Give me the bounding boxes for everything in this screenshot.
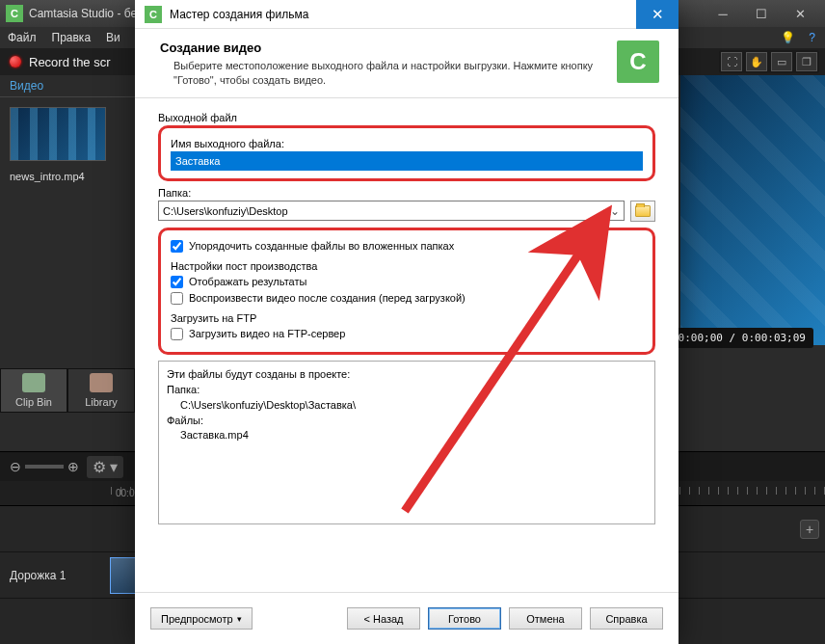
folder-label: Папка: [158,187,655,199]
tool4-icon[interactable]: ❐ [796,52,817,71]
back-button[interactable]: < Назад [347,607,420,630]
pan-icon[interactable]: ✋ [746,52,767,71]
output-file-section-label: Выходной файл [158,112,655,123]
dialog-titlebar: C Мастер создания фильма ✕ [135,0,679,29]
zoom-out-button[interactable]: ⊖ [10,459,21,474]
add-track-button[interactable]: + [800,520,819,539]
tool3-icon[interactable]: ▭ [771,52,792,71]
preview-pane [680,75,825,345]
tab-library[interactable]: Library [67,368,135,413]
files-intro-text: Эти файлы будут созданы в проекте: [167,367,647,383]
files-folder-label: Папка: [167,383,647,398]
clip-bin-icon [22,373,45,392]
show-results-checkbox[interactable] [171,276,183,288]
files-files-label: Файлы: [167,414,647,429]
clip-thumbnail[interactable] [10,107,106,161]
clip-filename: news_intro.mp4 [0,171,135,182]
dialog-header: Создание видео Выберите местоположение в… [135,29,679,98]
camtasia-logo-icon: C [6,5,23,22]
menu-edit[interactable]: Правка [52,31,92,44]
play-after-checkbox[interactable] [171,292,183,305]
ftp-upload-checkbox[interactable] [171,328,183,340]
dialog-logo-icon: C [145,6,162,23]
menu-view[interactable]: Ви [106,31,120,44]
tab-clip-bin[interactable]: Clip Bin [0,368,67,413]
library-icon [90,373,113,392]
dialog-description: Выберите местоположение выходного файла … [160,59,605,88]
options-highlight-frame: Упорядочить созданные файлы во вложенных… [158,228,655,355]
maximize-button[interactable]: ☐ [742,3,781,24]
close-main-button[interactable]: ✕ [781,3,819,24]
folder-icon [635,205,651,217]
tips-icon[interactable]: 💡 [781,31,795,44]
record-label: Record the scr [29,55,111,69]
main-window-title: Camtasia Studio - бе [29,7,137,20]
minimize-button[interactable]: ─ [704,3,742,24]
show-results-row[interactable]: Отображать результаты [171,276,643,288]
filename-label: Имя выходного файла: [171,138,643,149]
zoom-in-button[interactable]: ⊕ [67,459,79,474]
dialog-title: Мастер создания фильма [170,8,308,21]
filename-highlight-frame: Имя выходного файла: [158,125,655,181]
preview-toolbar: ⛶ ✋ ▭ ❐ [719,50,819,73]
export-wizard-dialog: C Мастер создания фильма ✕ Создание виде… [135,0,679,644]
folder-combo[interactable]: C:\Users\konfuziy\Desktop [158,201,625,221]
play-after-row[interactable]: Воспроизвести видео после создания (пере… [171,292,643,305]
dialog-body: Выходной файл Имя выходного файла: Папка… [135,98,679,592]
files-file-1: Заставка.mp4 [167,428,647,443]
organize-checkbox-row[interactable]: Упорядочить созданные файлы во вложенных… [171,240,643,253]
filename-input[interactable] [171,151,643,171]
output-files-listbox[interactable]: Эти файлы будут созданы в проекте: Папка… [158,361,655,524]
postprod-section-label: Настройки пост производства [171,260,643,272]
dialog-close-button[interactable]: ✕ [636,0,679,29]
settings-gear-icon[interactable]: ⚙ ▾ [87,456,123,478]
camtasia-brand-icon: C [617,40,659,83]
preview-button[interactable]: Предпросмотр [150,607,253,630]
ftp-upload-row[interactable]: Загрузить видео на FTP-сервер [171,328,643,340]
cancel-button[interactable]: Отмена [509,607,582,630]
ftp-section-label: Загрузить на FTP [171,312,643,324]
finish-button[interactable]: Готово [428,607,501,630]
dialog-heading: Создание видео [160,40,605,55]
media-section-label: Видео [0,75,135,97]
files-folder-value: C:\Users\konfuziy\Desktop\Заставка\ [167,398,647,414]
crop-icon[interactable]: ⛶ [721,52,742,71]
menu-file[interactable]: Файл [8,31,37,44]
help-button[interactable]: Справка [590,607,663,630]
browse-folder-button[interactable] [630,201,655,222]
organize-checkbox[interactable] [171,240,183,253]
track-1-label: Дорожка 1 [0,569,106,582]
help-icon[interactable]: ? [809,31,815,44]
record-icon [10,56,21,67]
dialog-footer: Предпросмотр < Назад Готово Отмена Справ… [135,592,679,644]
